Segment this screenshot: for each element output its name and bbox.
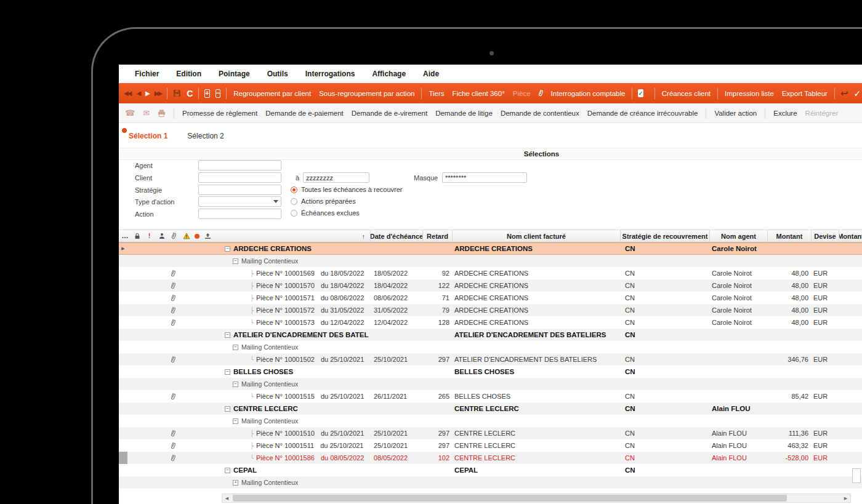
exclamation-icon[interactable]: ! xyxy=(145,232,153,241)
table-row[interactable]: └Pièce N° 10001586du 08/05/202208/05/202… xyxy=(119,452,862,464)
table-row[interactable]: −CENTRE LECLERCCENTRE LECLERCCNAlain FLO… xyxy=(119,402,862,415)
tab-selection-1[interactable]: Sélection 1 xyxy=(129,132,167,140)
tree-cell[interactable]: ├Pièce N° 10001569du 18/05/2022 xyxy=(222,270,370,277)
export-tableur-button[interactable]: Export Tableur xyxy=(781,89,829,98)
agent-input[interactable] xyxy=(198,160,281,170)
type-action-select[interactable] xyxy=(198,196,281,207)
regroup-client-button[interactable]: Regroupement par client xyxy=(232,89,312,98)
person-icon[interactable] xyxy=(158,232,166,241)
paperclip-icon[interactable] xyxy=(538,89,544,97)
tree-expander-icon[interactable]: + xyxy=(233,480,238,486)
red-dot-icon[interactable] xyxy=(195,234,199,239)
demande-evirement-button[interactable]: Demande de e-virement xyxy=(352,110,427,117)
tree-cell[interactable]: ├Pièce N° 10001570du 18/04/2022 xyxy=(222,282,370,289)
menu-item-interrogations[interactable]: Interrogations xyxy=(305,70,355,78)
table-row[interactable]: └Pièce N° 10001515du 25/10/202126/11/202… xyxy=(119,390,862,402)
table-row[interactable]: +Mailing Contentieux xyxy=(119,476,862,489)
table-row[interactable]: ├Pièce N° 10001570du 18/04/202218/04/202… xyxy=(119,279,862,292)
undo-icon[interactable]: ↩ xyxy=(840,89,848,98)
tree-cell[interactable]: −BELLES CHOSES xyxy=(222,368,370,375)
creances-client-button[interactable]: Créances client xyxy=(661,89,712,98)
printer-icon[interactable] xyxy=(158,110,166,117)
refresh-icon[interactable]: C xyxy=(187,89,193,98)
checkbox-icon[interactable]: ✓ xyxy=(638,89,643,97)
column-header-retard[interactable]: Retard xyxy=(422,230,452,242)
menu-item-pointage[interactable]: Pointage xyxy=(219,70,250,78)
tree-cell[interactable]: −Mailing Contentieux xyxy=(222,417,370,425)
table-row[interactable]: −Mailing Contentieux xyxy=(119,341,862,353)
tree-cell[interactable]: └Pièce N° 10001586du 08/05/2022 xyxy=(222,454,370,462)
tiers-button[interactable]: Tiers xyxy=(427,89,445,98)
menu-item-outils[interactable]: Outils xyxy=(267,70,288,78)
promesse-reglement-button[interactable]: Promesse de règlement xyxy=(182,110,257,117)
tree-cell[interactable]: ├Pièce N° 10001510du 25/10/2021 xyxy=(222,430,370,437)
table-row[interactable]: −BELLES CHOSESBELLES CHOSESCN xyxy=(119,366,862,378)
table-row[interactable]: ▶−ARDECHE CREATIONSARDECHE CREATIONSCNCa… xyxy=(119,242,862,255)
warning-icon[interactable] xyxy=(182,232,190,241)
tree-cell[interactable]: ├Pièce N° 10001572du 31/05/2022 xyxy=(222,306,370,314)
tree-expander-icon[interactable]: − xyxy=(233,345,238,350)
next-record-icon[interactable]: ▶ xyxy=(145,90,149,97)
sort-ascending-icon[interactable]: ↑ xyxy=(362,233,366,240)
radio-toutes-echeances[interactable]: Toutes les échéances à recouvrer xyxy=(291,186,402,193)
upload-icon[interactable] xyxy=(204,232,212,241)
column-header-date[interactable]: Date d'échéance xyxy=(370,230,422,242)
mail-icon[interactable]: ✉ xyxy=(143,109,150,117)
tree-expander-icon[interactable]: − xyxy=(225,332,230,338)
eraser-icon[interactable] xyxy=(648,91,650,96)
tree-column-header[interactable]: ↑ xyxy=(222,230,370,242)
tree-cell[interactable]: ├Pièce N° 10001571du 08/06/2022 xyxy=(222,294,370,302)
table-row[interactable]: ├Pièce N° 10001569du 18/05/202218/05/202… xyxy=(119,267,862,279)
paperclip-icon[interactable] xyxy=(170,232,178,241)
tree-cell[interactable]: −CEPAL xyxy=(222,466,370,474)
client-from-input[interactable] xyxy=(198,172,281,183)
menu-item-affichage[interactable]: Affichage xyxy=(372,70,406,78)
tab-selection-2[interactable]: Sélection 2 xyxy=(187,132,224,140)
tree-cell[interactable]: −CENTRE LECLERC xyxy=(222,405,370,412)
tree-cell[interactable]: └Pièce N° 10001502du 25/10/2021 xyxy=(222,356,370,363)
previous-record-icon[interactable]: ◀ xyxy=(136,90,140,97)
tree-expander-icon[interactable]: − xyxy=(233,382,238,387)
more-options-icon[interactable]: … xyxy=(121,232,129,241)
collapse-all-button[interactable]: − xyxy=(216,89,220,98)
tree-expander-icon[interactable]: − xyxy=(233,258,238,264)
table-row[interactable]: −ATELIER D'ENCADREMENT DES BATELATELIER … xyxy=(119,329,862,341)
reintegrer-button[interactable]: Réintégrer xyxy=(805,110,839,117)
menu-item-edition[interactable]: Edition xyxy=(176,70,201,78)
menu-item-aide[interactable]: Aide xyxy=(423,70,439,78)
tree-cell[interactable]: −ARDECHE CREATIONS xyxy=(222,245,370,252)
column-header-strategie[interactable]: Stratégie de recouvrement xyxy=(620,230,709,242)
valider-action-button[interactable]: Valider action xyxy=(714,110,757,117)
tree-cell[interactable]: −ATELIER D'ENCADREMENT DES BATEL xyxy=(222,331,370,338)
table-row[interactable]: −Mailing Contentieux xyxy=(119,255,862,267)
first-record-icon[interactable]: ◀◀ xyxy=(124,90,131,97)
demande-contentieux-button[interactable]: Demande de contentieux xyxy=(501,110,579,117)
tree-expander-icon[interactable]: − xyxy=(225,468,230,473)
radio-actions-preparees[interactable]: Actions préparées xyxy=(291,198,356,205)
column-header-devise[interactable]: Devise xyxy=(811,230,839,242)
impression-liste-button[interactable]: Impression liste xyxy=(723,89,775,98)
last-record-icon[interactable]: ▶▶ xyxy=(155,90,161,97)
table-row[interactable]: └Pièce N° 10001573du 12/04/202212/04/202… xyxy=(119,316,862,329)
save-icon[interactable] xyxy=(173,89,181,97)
vertical-scrollbar-fragment[interactable] xyxy=(852,468,861,483)
column-header-agent[interactable]: Nom agent xyxy=(709,230,767,242)
tree-cell[interactable]: −Mailing Contentieux xyxy=(222,343,370,351)
phone-icon[interactable]: ☎ xyxy=(125,109,135,117)
tree-cell[interactable]: +Mailing Contentieux xyxy=(222,479,370,486)
strategie-input[interactable] xyxy=(198,185,281,195)
action-input[interactable] xyxy=(198,209,281,219)
table-row[interactable]: −Mailing Contentieux xyxy=(119,415,862,427)
table-row[interactable]: ├Pièce N° 10001571du 08/06/202208/06/202… xyxy=(119,292,862,304)
tree-cell[interactable]: └Pièce N° 10001515du 25/10/2021 xyxy=(222,393,370,400)
tree-cell[interactable]: └Pièce N° 10001573du 12/04/2022 xyxy=(222,319,370,326)
exclure-button[interactable]: Exclure xyxy=(773,110,797,117)
interrogation-comptable-button[interactable]: Interrogation comptable xyxy=(550,89,627,98)
column-header-montant2[interactable]: Montant xyxy=(839,230,862,242)
scroll-right-icon[interactable]: ▶ xyxy=(841,494,850,502)
tree-expander-icon[interactable]: − xyxy=(225,406,230,412)
table-row[interactable]: −Mailing Contentieux xyxy=(119,378,862,390)
demande-epaiement-button[interactable]: Demande de e-paiement xyxy=(265,110,344,117)
confirm-check-icon[interactable]: ✓ xyxy=(853,89,861,98)
scrollbar-thumb[interactable] xyxy=(233,495,787,502)
